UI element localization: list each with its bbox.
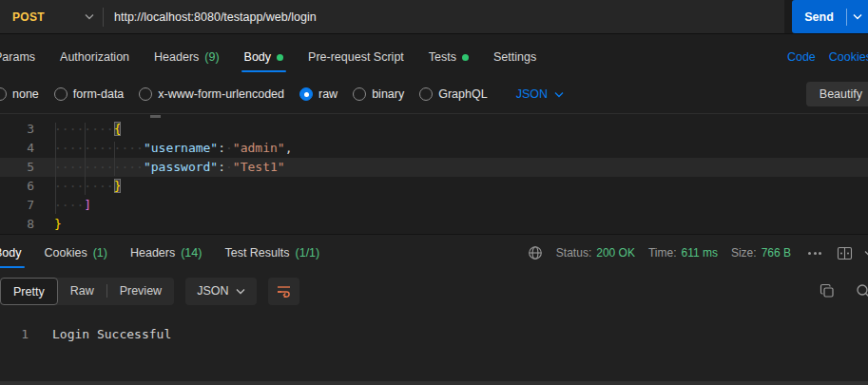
line-number: 5 [0, 158, 34, 177]
response-line-number: 1 [0, 325, 29, 343]
body-type-radio-form-data[interactable]: form-data [54, 87, 125, 101]
word-wrap-icon[interactable] [268, 278, 299, 305]
status-value: 200 OK [596, 246, 635, 260]
tab-label: Headers [130, 246, 175, 260]
tab-tests[interactable]: Tests [429, 39, 469, 75]
code-link[interactable]: Code [787, 50, 816, 64]
request-body-editor[interactable]: 3········{4············"username":·"admi… [0, 113, 868, 235]
body-type-radio-none[interactable]: none [0, 87, 39, 101]
response-tab-headers[interactable]: Headers(14) [130, 235, 202, 271]
tab-count: (1/1) [296, 246, 320, 260]
line-number: 7 [0, 196, 34, 215]
response-language-select[interactable]: JSON [185, 278, 257, 305]
body-type-radio-raw[interactable]: raw [299, 87, 338, 101]
code-token: , [285, 141, 293, 155]
indent-guide [85, 123, 86, 195]
collapse-chevron-icon[interactable] [864, 250, 868, 257]
url-input[interactable]: http://localhost:8080/testapp/web/login [104, 10, 317, 24]
line-content: } [34, 215, 62, 234]
tab-count: (14) [181, 246, 202, 260]
body-type-radio-binary[interactable]: binary [353, 87, 404, 101]
code-token: : [218, 141, 225, 155]
tab-label: Body [244, 50, 272, 64]
radio-label: binary [372, 87, 404, 101]
editor-line[interactable]: 3········{ [0, 120, 868, 139]
code-token: } [54, 217, 62, 231]
scroll-remnant [150, 115, 161, 118]
response-toolbar: PrettyRawPreview JSON [0, 271, 868, 311]
response-actions [820, 283, 868, 299]
whitespace-dots: ············ [54, 160, 144, 174]
code-token: "username" [144, 141, 218, 155]
tab-body[interactable]: Body [244, 39, 284, 75]
modified-dot-icon [277, 54, 283, 61]
editor-line[interactable]: 6········} [0, 177, 868, 196]
code-token: "admin" [233, 141, 285, 155]
response-body-viewer[interactable]: 1 Login Successful [0, 311, 868, 382]
send-button-label: Send [792, 10, 846, 24]
response-text: Login Successful [29, 325, 171, 343]
tab-label: Tests [429, 50, 456, 64]
bottom-panel-edge [0, 381, 868, 385]
radio-label: form-data [73, 87, 125, 101]
editor-line[interactable]: 7····] [0, 196, 868, 215]
line-content: ········} [34, 177, 121, 196]
chevron-down-icon [554, 91, 564, 98]
line-number: 8 [0, 215, 34, 234]
time-label: Time: [648, 246, 677, 260]
request-links: Code Cookies [787, 50, 868, 64]
code-token: : [218, 160, 225, 174]
send-button[interactable]: Send [792, 0, 868, 33]
whitespace-dots: ···· [54, 198, 84, 212]
code-token: "password" [144, 160, 218, 174]
line-number: 6 [0, 177, 34, 196]
modified-dot-icon [462, 54, 469, 61]
globe-icon [528, 245, 543, 260]
tab-params[interactable]: Params [0, 39, 35, 75]
line-number: 4 [0, 139, 34, 158]
chevron-down-icon [85, 13, 94, 20]
response-tab-body[interactable]: Body [0, 235, 22, 271]
editor-line[interactable]: 8} [0, 215, 868, 234]
cookies-link[interactable]: Cookies [829, 50, 868, 64]
editor-lines: 3········{4············"username":·"admi… [0, 120, 868, 234]
method-select[interactable]: POST [0, 10, 103, 24]
body-type-bar: noneform-datax-www-form-urlencodedrawbin… [0, 75, 868, 113]
editor-line[interactable]: 4············"username":·"admin", [0, 139, 868, 158]
url-field[interactable]: POST http://localhost:8080/testapp/web/l… [0, 0, 784, 33]
view-pretty[interactable]: Pretty [0, 278, 58, 305]
tab-label: Settings [493, 50, 536, 64]
tab-label: Params [0, 50, 35, 64]
tab-label: Body [0, 246, 22, 260]
split-pane-icon[interactable] [837, 246, 853, 260]
view-preview[interactable]: Preview [107, 278, 174, 305]
send-options-chevron-icon[interactable] [847, 13, 868, 20]
tab-settings[interactable]: Settings [493, 39, 536, 75]
radio-icon [419, 87, 433, 101]
radio-icon [139, 87, 152, 101]
size-value: 766 B [762, 246, 791, 260]
radio-label: x-www-form-urlencoded [158, 87, 284, 101]
line-content: ············"username":·"admin", [34, 139, 292, 158]
response-tab-cookies[interactable]: Cookies(1) [45, 235, 107, 271]
copy-icon[interactable] [820, 283, 835, 298]
radio-icon [54, 87, 68, 101]
view-raw[interactable]: Raw [58, 278, 106, 305]
beautify-button[interactable]: Beautify [806, 82, 868, 106]
tab-authorization[interactable]: Authorization [60, 39, 129, 75]
body-type-radio-x-www-form-urlencoded[interactable]: x-www-form-urlencoded [139, 87, 284, 101]
body-language-select[interactable]: JSON [516, 87, 564, 101]
response-panel: BodyCookies(1)Headers(14)Test Results(1/… [0, 235, 868, 385]
editor-line[interactable]: 5············"password":·"Test1" [0, 158, 868, 177]
search-icon[interactable] [856, 283, 868, 299]
body-type-radio-graphql[interactable]: GraphQL [419, 87, 487, 101]
request-tabs: ParamsAuthorizationHeaders(9)BodyPre-req… [0, 39, 868, 75]
response-line: 1 Login Successful [0, 325, 868, 343]
more-options-icon[interactable] [806, 248, 823, 259]
tab-headers[interactable]: Headers(9) [154, 39, 220, 75]
tab-pre-request-script[interactable]: Pre-request Script [308, 39, 404, 75]
radio-label: GraphQL [438, 87, 487, 101]
method-label: POST [12, 10, 45, 24]
body-language-label: JSON [516, 87, 548, 101]
response-tab-test-results[interactable]: Test Results(1/1) [224, 235, 319, 271]
